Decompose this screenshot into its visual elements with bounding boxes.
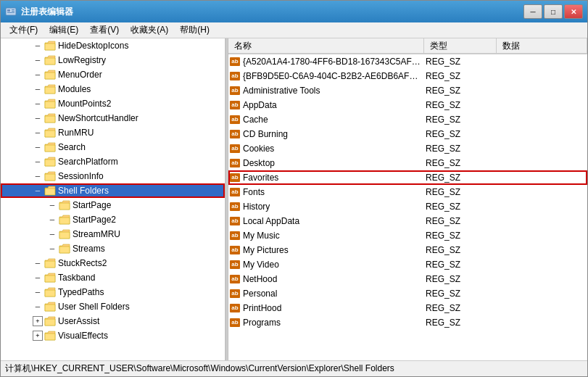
- value-row[interactable]: ab{A520A1A4-1780-4FF6-BD18-167343C5AF16}…: [228, 54, 587, 69]
- menu-view[interactable]: 查看(V): [84, 22, 125, 38]
- value-row[interactable]: abPersonalREG_SZ: [228, 286, 587, 301]
- value-row[interactable]: abProgramsREG_SZ: [228, 315, 587, 330]
- tree-label: Shell Folders: [58, 186, 109, 196]
- ab-type-icon: ab: [228, 246, 241, 254]
- tree-item-newshortcuthandler[interactable]: ─ NewShortcutHandler: [1, 111, 225, 125]
- tree-item-sessioninfo[interactable]: ─ SessionInfo: [1, 169, 225, 183]
- values-header: 名称 类型 数据: [228, 38, 587, 54]
- value-type: REG_SZ: [423, 57, 495, 67]
- ab-type-icon: ab: [228, 188, 241, 196]
- window-controls: ─ □ ✕: [523, 4, 583, 19]
- tree-item-startpage2[interactable]: ─ StartPage2: [1, 212, 225, 227]
- tree-item-startpage[interactable]: ─ StartPage: [1, 198, 225, 212]
- tree-label: SessionInfo: [58, 171, 104, 181]
- column-header-data[interactable]: 数据: [497, 38, 587, 53]
- tree-item-modules[interactable]: ─ Modules: [1, 82, 225, 96]
- tree-label: StuckRects2: [58, 258, 107, 268]
- value-row[interactable]: abMy VideoREG_SZ: [228, 257, 587, 272]
- tree-item-usershellfolders[interactable]: ─ User Shell Folders: [1, 299, 225, 314]
- value-row[interactable]: abAdministrative ToolsREG_SZ: [228, 83, 587, 98]
- value-type: REG_SZ: [423, 245, 495, 255]
- menu-edit[interactable]: 编辑(E): [44, 22, 84, 38]
- tree-item-typedpaths[interactable]: ─ TypedPaths: [1, 285, 225, 299]
- value-row[interactable]: abLocal AppDataREG_SZ: [228, 214, 587, 228]
- tree-item-hidedesktopicons[interactable]: ─ HideDesktopIcons: [1, 38, 225, 53]
- tree-item-stuckrects2[interactable]: ─ StuckRects2: [1, 256, 225, 270]
- folder-icon: [59, 200, 70, 210]
- value-type: REG_SZ: [423, 71, 495, 81]
- tree-item-lowregistry[interactable]: ─ LowRegistry: [1, 53, 225, 67]
- value-row[interactable]: abCookiesREG_SZ: [228, 141, 587, 156]
- folder-icon: [44, 70, 56, 80]
- tree-label: RunMRU: [58, 128, 94, 138]
- value-row[interactable]: abCacheREG_SZ: [228, 112, 587, 127]
- value-name: Personal: [241, 289, 423, 299]
- tree-item-streams[interactable]: ─ Streams: [1, 241, 225, 256]
- ab-type-icon: ab: [228, 304, 241, 312]
- tree-item-streammru[interactable]: ─ StreamMRU: [1, 227, 225, 241]
- folder-icon: [44, 302, 56, 312]
- value-name: Desktop: [241, 158, 423, 168]
- folder-icon: [44, 287, 56, 297]
- svg-rect-1: [7, 9, 10, 12]
- registry-tree[interactable]: ─ HideDesktopIcons ─ LowRegistry: [1, 38, 225, 360]
- tree-item-mountpoints2[interactable]: ─ MountPoints2: [1, 96, 225, 111]
- tree-item-runmru[interactable]: ─ RunMRU: [1, 125, 225, 140]
- tree-label: MenuOrder: [58, 70, 102, 80]
- value-name: {BFB9D5E0-C6A9-404C-B2B2-AE6DB6AF4968}: [241, 71, 423, 81]
- title-bar: 注册表编辑器 ─ □ ✕: [1, 1, 587, 22]
- value-name: NetHood: [241, 274, 423, 284]
- status-bar: 计算机\HKEY_CURRENT_USER\Software\Microsoft…: [1, 360, 587, 376]
- column-header-type[interactable]: 类型: [424, 38, 497, 53]
- value-name: PrintHood: [241, 303, 423, 313]
- tree-item-shellfolders[interactable]: ─ Shell Folders: [1, 183, 225, 198]
- folder-icon: [44, 316, 56, 326]
- tree-item-menuorder[interactable]: ─ MenuOrder: [1, 67, 225, 82]
- value-row[interactable]: abHistoryREG_SZ: [228, 199, 587, 214]
- tree-item-visualeffects[interactable]: + VisualEffects: [1, 328, 225, 343]
- value-row[interactable]: abNetHoodREG_SZ: [228, 272, 587, 286]
- value-row[interactable]: abDesktopREG_SZ: [228, 156, 587, 170]
- value-type: REG_SZ: [423, 158, 495, 168]
- maximize-button[interactable]: □: [544, 4, 563, 19]
- tree-item-search[interactable]: ─ Search: [1, 140, 225, 154]
- folder-icon: [44, 157, 56, 167]
- tree-label: Search: [58, 142, 86, 152]
- ab-type-icon: ab: [228, 115, 241, 124]
- folder-icon: [59, 229, 70, 239]
- ab-type-icon: ab: [228, 173, 241, 182]
- value-row[interactable]: abMy MusicREG_SZ: [228, 228, 587, 243]
- menu-file[interactable]: 文件(F): [4, 22, 44, 38]
- value-row[interactable]: abPrintHoodREG_SZ: [228, 301, 587, 315]
- column-header-name[interactable]: 名称: [228, 38, 424, 53]
- tree-label: StreamMRU: [73, 229, 120, 239]
- menu-help[interactable]: 帮助(H): [174, 22, 215, 38]
- value-row[interactable]: abAppDataREG_SZ: [228, 98, 587, 112]
- value-type: REG_SZ: [423, 187, 495, 197]
- value-name: My Video: [241, 260, 423, 270]
- value-name: History: [241, 202, 423, 212]
- value-type: REG_SZ: [423, 231, 495, 241]
- value-type: REG_SZ: [423, 260, 495, 270]
- value-row[interactable]: abFontsREG_SZ: [228, 185, 587, 199]
- close-button[interactable]: ✕: [564, 4, 583, 19]
- value-row[interactable]: abMy PicturesREG_SZ: [228, 243, 587, 257]
- tree-item-searchplatform[interactable]: ─ SearchPlatform: [1, 154, 225, 169]
- value-name: Programs: [241, 318, 423, 328]
- tree-expander[interactable]: +: [33, 331, 43, 341]
- menu-favorites[interactable]: 收藏夹(A): [125, 22, 174, 38]
- folder-icon: [59, 215, 70, 225]
- value-row[interactable]: abCD BurningREG_SZ: [228, 127, 587, 141]
- tree-label: SearchPlatform: [58, 157, 118, 167]
- tree-expander[interactable]: +: [33, 316, 43, 326]
- tree-label: Streams: [73, 244, 105, 254]
- tree-label: TypedPaths: [58, 287, 104, 297]
- value-row[interactable]: ab{BFB9D5E0-C6A9-404C-B2B2-AE6DB6AF4968}…: [228, 69, 587, 83]
- value-row[interactable]: abFavoritesREG_SZ: [228, 170, 587, 185]
- status-path: 计算机\HKEY_CURRENT_USER\Software\Microsoft…: [5, 362, 394, 375]
- minimize-button[interactable]: ─: [523, 4, 542, 19]
- values-panel: 名称 类型 数据 ab{A520A1A4-1780-4FF6-BD18-1673…: [228, 38, 587, 360]
- tree-item-taskband[interactable]: ─ Taskband: [1, 270, 225, 285]
- tree-item-userassist[interactable]: + UserAssist: [1, 314, 225, 328]
- value-name: {A520A1A4-1780-4FF6-BD18-167343C5AF16}: [241, 57, 423, 67]
